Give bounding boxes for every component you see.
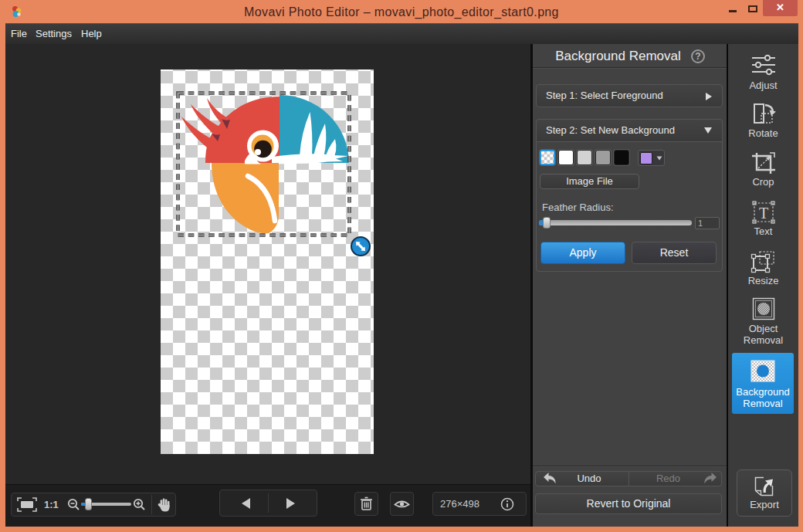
svg-text:T: T xyxy=(758,205,767,222)
